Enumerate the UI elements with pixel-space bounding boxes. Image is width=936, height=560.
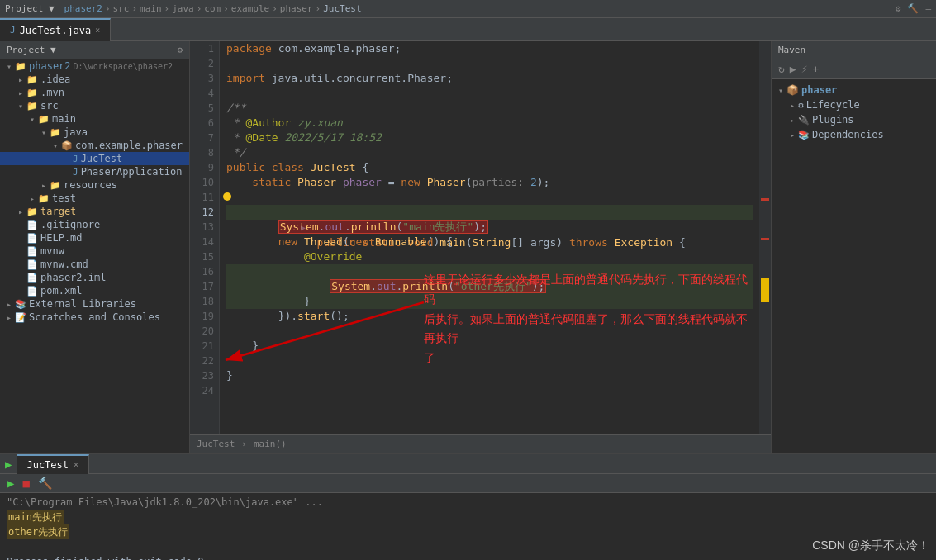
console-output: "C:\Program Files\Java\jdk1.8.0_202\bin\… [0, 493, 936, 560]
sidebar-item-src[interactable]: ▾ 📁 src [0, 99, 189, 112]
code-line-16: ▶ public void run() { [226, 264, 753, 279]
breadcrumb: phaser2 › src › main › java › com › exam… [64, 3, 362, 14]
file-tab-label: JucTest.java [20, 25, 92, 36]
sidebar-item-pom[interactable]: 📄 pom.xml [0, 284, 189, 297]
editor-scrollbar[interactable] [759, 41, 771, 434]
code-line-8: */ [226, 145, 753, 160]
code-editor: 1 2 3 4 5 6 7 8 9 10 11 12 13 14 15 16 1 [190, 41, 771, 453]
settings-icon[interactable]: ⚙ [896, 3, 901, 14]
console-line-other: other先执行 [7, 524, 929, 539]
code-line-4 [226, 86, 753, 101]
scroll-marker-red [761, 198, 769, 201]
run-icon[interactable]: ▶ [0, 458, 17, 471]
build-icon[interactable]: 🔨 [907, 3, 919, 14]
code-line-18: } [226, 294, 753, 309]
run-play-icon[interactable]: ▶ [5, 476, 17, 491]
sidebar-item-scratches[interactable]: ▸ 📝 Scratches and Consoles [0, 311, 189, 324]
code-line-24 [226, 383, 753, 398]
code-content: package com.example.phaser; import java.… [220, 41, 759, 434]
sidebar-item-phaser2-iml[interactable]: 📄 phaser2.iml [0, 271, 189, 284]
sidebar-item-target[interactable]: ▸ 📁 target [0, 205, 189, 218]
breadcrumb-bar: Project ▼ phaser2 › src › main › java › … [5, 3, 362, 14]
editor-content[interactable]: 1 2 3 4 5 6 7 8 9 10 11 12 13 14 15 16 1 [190, 41, 771, 434]
bottom-tab-bar: ▶ JucTest × [0, 454, 936, 474]
sidebar-item-gitignore[interactable]: 📄 .gitignore [0, 218, 189, 231]
maven-project-label: phaser [801, 84, 837, 96]
code-line-9: public class JucTest { [226, 160, 753, 175]
maven-lifecycle[interactable]: ▸ ⚙ Lifecycle [775, 97, 933, 112]
console-line-command: "C:\Program Files\Java\jdk1.8.0_202\bin\… [7, 495, 929, 510]
code-line-3: import java.util.concurrent.Phaser; [226, 71, 753, 86]
maven-skip-icon[interactable]: ⚡ [801, 63, 808, 75]
code-line-2 [226, 56, 753, 71]
main-area: Project ▼ ⚙ ▾ 📁 phaser2 D:\workspace\pha… [0, 41, 936, 453]
console-line-exit: Process finished with exit code 0 [7, 554, 929, 560]
code-line-12: ▶ public static void main(String[] args)… [226, 205, 753, 220]
maven-refresh-icon[interactable]: ↻ [778, 63, 785, 75]
sidebar-item-juctest[interactable]: J JucTest [0, 152, 189, 165]
sidebar-item-package[interactable]: ▾ 📦 com.example.phaser [0, 139, 189, 152]
code-line-6: * @Author zy.xuan [226, 116, 753, 131]
maven-label: Maven [778, 45, 805, 55]
project-label[interactable]: Project ▼ [5, 3, 55, 14]
code-line-5: /** [226, 101, 753, 116]
console-line-blank [7, 539, 929, 554]
maven-dependencies[interactable]: ▸ 📚 Dependencies [775, 127, 933, 142]
sidebar-item-help[interactable]: 📄 HELP.md [0, 231, 189, 244]
code-view: 1 2 3 4 5 6 7 8 9 10 11 12 13 14 15 16 1 [190, 41, 771, 434]
code-line-10: static Phaser phaser = new Phaser(partie… [226, 175, 753, 190]
code-line-20 [226, 324, 753, 339]
sidebar-header: Project ▼ ⚙ [0, 41, 189, 59]
sidebar-item-phaser-app[interactable]: J PhaserApplication [0, 165, 189, 178]
more-icon[interactable]: — [925, 3, 931, 14]
file-tab-close[interactable]: × [95, 26, 100, 35]
project-sidebar: Project ▼ ⚙ ▾ 📁 phaser2 D:\workspace\pha… [0, 41, 190, 453]
sidebar-item-mvnw[interactable]: 📄 mvnw [0, 244, 189, 258]
scroll-highlight-yellow [761, 278, 769, 302]
maven-header: Maven [772, 41, 936, 59]
run-tab-close[interactable]: × [74, 460, 78, 469]
code-line-7: * @Date 2022/5/17 18:52 [226, 131, 753, 145]
code-line-11 [226, 190, 753, 205]
bottom-panel: ▶ JucTest × ▶ ■ 🔨 "C:\Program Files\Java… [0, 453, 936, 560]
sidebar-item-phaser2[interactable]: ▾ 📁 phaser2 D:\workspace\phaser2 [0, 59, 189, 73]
code-line-14: new Thread(new Runnable() { [226, 235, 753, 249]
run-controls: ▶ ■ 🔨 [0, 474, 936, 493]
file-tab-icon: J [10, 25, 16, 36]
file-tab-bar: J JucTest.java × [0, 18, 936, 41]
run-build-icon[interactable]: 🔨 [36, 476, 55, 491]
status-method: main() [254, 439, 287, 449]
maven-toolbar: ↻ ▶ ⚡ + [772, 59, 936, 79]
code-line-22 [226, 354, 753, 368]
code-line-17: System.out.println("other先执行"); [226, 279, 753, 294]
editor-status-bar: JucTest › main() [190, 434, 771, 453]
maven-project[interactable]: ▾ 📦 phaser [775, 83, 933, 97]
sidebar-item-main[interactable]: ▾ 📁 main [0, 112, 189, 126]
sidebar-item-java[interactable]: ▾ 📁 java [0, 126, 189, 139]
code-line-1: package com.example.phaser; [226, 41, 753, 56]
maven-add-icon[interactable]: + [812, 63, 819, 75]
sidebar-options-icon[interactable]: ⚙ [177, 45, 183, 55]
console-line-main: main先执行 [7, 510, 929, 524]
code-line-23: } [226, 368, 753, 383]
maven-tree: ▾ 📦 phaser ▸ ⚙ Lifecycle ▸ 🔌 Plugins ▸ 📚 [772, 79, 936, 145]
tab-run[interactable]: JucTest × [17, 454, 89, 474]
breakpoint-dot[interactable] [223, 192, 231, 201]
sidebar-item-test[interactable]: ▸ 📁 test [0, 192, 189, 205]
maven-panel: Maven ↻ ▶ ⚡ + ▾ 📦 phaser ▸ ⚙ Lifecycle ▸ [771, 41, 936, 453]
sidebar-item-resources[interactable]: ▸ 📁 resources [0, 178, 189, 192]
sidebar-item-external-libs[interactable]: ▸ 📚 External Libraries [0, 297, 189, 311]
code-line-21: } [226, 339, 753, 354]
toolbar-actions: ⚙ 🔨 — [896, 3, 931, 14]
maven-execute-icon[interactable]: ▶ [790, 63, 796, 75]
sidebar-item-mvn[interactable]: ▸ 📁 .mvn [0, 86, 189, 99]
top-toolbar: Project ▼ phaser2 › src › main › java › … [0, 0, 936, 18]
run-stop-icon[interactable]: ■ [20, 476, 31, 491]
file-tab-juctest[interactable]: J JucTest.java × [0, 18, 111, 41]
sidebar-item-idea[interactable]: ▸ 📁 .idea [0, 73, 189, 86]
sidebar-item-mvnw-cmd[interactable]: 📄 mvnw.cmd [0, 258, 189, 271]
code-line-13: System.out.println("main先执行"); [226, 220, 753, 235]
line-numbers: 1 2 3 4 5 6 7 8 9 10 11 12 13 14 15 16 1 [190, 41, 220, 434]
maven-plugins[interactable]: ▸ 🔌 Plugins [775, 112, 933, 127]
code-line-15: @Override [226, 249, 753, 264]
